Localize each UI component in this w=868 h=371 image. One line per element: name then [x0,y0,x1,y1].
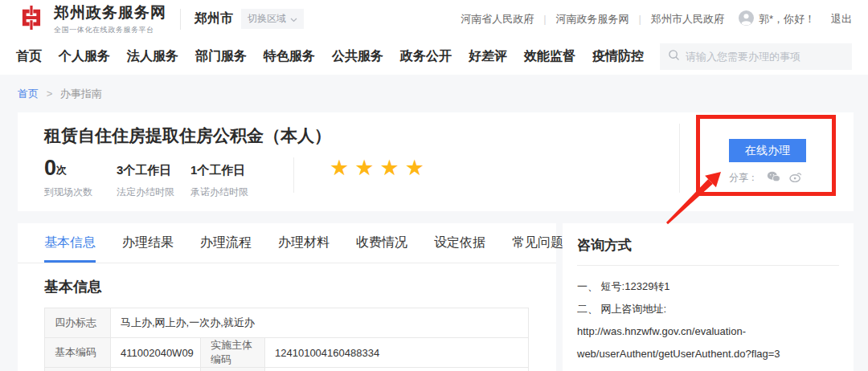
cell-four-modes-label: 四办标志 [45,308,111,338]
rating-stars: ★★★★ [330,155,430,181]
link-henan-service[interactable]: 河南政务服务网 [556,12,629,26]
site-logo[interactable]: 郑州政务服务网 全国一体化在线政务服务平台 [16,2,166,36]
consult-url-part2[interactable]: web/userAuthent/getUserAuthent.do?flag=3 [577,343,839,365]
site-title: 郑州政务服务网 [54,2,166,23]
nav-item-openness[interactable]: 政务公开 [400,48,452,65]
nav-item-epidemic[interactable]: 疫情防控 [592,48,644,65]
top-links: 河南省人民政府 | 河南政务服务网 | 郑州市人民政府 郭*，你好！ 退出 [461,10,852,28]
star-icon: ★ [330,156,354,180]
breadcrumb-current: 办事指南 [60,88,102,100]
nav-item-review[interactable]: 好差评 [469,48,507,65]
nav-item-legal[interactable]: 法人服务 [127,48,178,65]
stat-visits: 0次 到现场次数 [44,158,117,199]
service-title: 租赁自住住房提取住房公积金（本人） [44,124,331,147]
search-box[interactable] [660,43,852,70]
page-body: 首页 > 办事指南 租赁自住住房提取住房公积金（本人） 0次 到现场次数 3个工… [0,75,868,371]
link-henan-gov[interactable]: 河南省人民政府 [461,12,534,26]
table-row: 四办标志 马上办,网上办,一次办,就近办 [45,308,529,338]
site-subtitle: 全国一体化在线政务服务平台 [54,25,166,35]
service-title-card: 租赁自住住房提取住房公积金（本人） 0次 到现场次数 3个工作日 法定办结时限 … [18,112,854,211]
tab-result[interactable]: 办理结果 [122,223,174,263]
search-input[interactable] [686,51,844,63]
table-row: 基本编码 411002040W09 实施主体编码 124101004160488… [45,338,529,368]
link-separator: | [543,13,546,25]
nav-item-supervision[interactable]: 效能监督 [524,48,575,65]
stats-divider [293,157,294,193]
nav-item-home[interactable]: 首页 [16,48,42,65]
chevron-down-icon [290,14,297,25]
wechat-share-icon[interactable] [767,171,780,185]
current-city: 郑州市 [194,10,233,27]
table-row [45,368,529,371]
search-icon [668,49,680,64]
tab-faq[interactable]: 常见问题 [512,223,563,263]
weibo-share-icon[interactable] [789,171,802,185]
stat-legal-limit-label: 法定办结时限 [117,186,190,199]
tab-fees[interactable]: 收费情况 [356,223,407,263]
nav-item-public[interactable]: 公共服务 [332,48,383,65]
consult-url-label: 二、 网上咨询地址: [577,298,839,320]
stat-promise-limit-label: 承诺办结时限 [190,186,279,199]
region-switcher[interactable]: 切换区域 [241,9,304,29]
cell-basic-code-value: 411002040W09 [111,338,201,368]
star-icon: ★ [405,156,430,180]
breadcrumb-home[interactable]: 首页 [18,88,39,100]
consult-url-part1[interactable]: http://was.hnzwfw.gov.cn/evaluation- [577,320,839,343]
card-divider [679,124,680,193]
nav-item-department[interactable]: 部门服务 [195,48,247,65]
tab-materials[interactable]: 办理材料 [278,223,330,263]
link-separator: | [639,13,641,25]
nav-item-personal[interactable]: 个人服务 [59,48,110,65]
stat-promise-limit: 1个工作日 承诺办结时限 [190,158,279,199]
cell-next-value2 [265,368,529,371]
tab-process[interactable]: 办理流程 [200,223,252,263]
stat-visits-unit: 次 [56,163,67,178]
detail-tabs: 基本信息 办理结果 办理流程 办理材料 收费情况 设定依据 常见问题 [18,223,556,263]
link-zhengzhou-gov[interactable]: 郑州市人民政府 [651,12,724,26]
user-greeting: 郭*，你好！ [759,12,815,26]
logout-button[interactable]: 退出 [831,12,852,26]
stat-visits-label: 到现场次数 [44,186,117,199]
cell-next-label2 [201,368,265,371]
share-label: 分享： [729,171,758,185]
cell-entity-code-label: 实施主体编码 [201,338,265,368]
cell-next-value [111,368,201,371]
section-heading-basic-info: 基本信息 [44,277,556,296]
cell-next-label [45,368,111,371]
avatar [739,10,754,28]
header-divider [180,9,181,30]
share-row: 分享： [729,171,802,185]
nav-item-featured[interactable]: 特色服务 [264,48,315,65]
star-icon: ★ [354,156,379,180]
detail-card: 基本信息 办理结果 办理流程 办理材料 收费情况 设定依据 常见问题 基本信息 … [18,223,556,371]
top-bar: 郑州政务服务网 全国一体化在线政务服务平台 郑州市 切换区域 河南省人民政府 |… [0,0,868,38]
stat-visits-value: 0 [44,158,56,178]
stat-promise-limit-value: 1个工作日 [190,163,245,178]
online-handle-button[interactable]: 在线办理 [729,139,806,162]
tab-legal-basis[interactable]: 设定依据 [434,223,485,263]
breadcrumb: 首页 > 办事指南 [0,75,868,101]
cell-basic-code-label: 基本编码 [45,338,111,368]
star-icon: ★ [379,156,404,180]
consult-heading: 咨询方式 [563,223,854,265]
cell-entity-code-value: 124101004160488334 [265,338,529,368]
consult-card: 咨询方式 一、 短号:12329转1 二、 网上咨询地址: http://was… [563,223,854,371]
basic-info-table: 四办标志 马上办,网上办,一次办,就近办 基本编码 411002040W09 实… [44,308,529,371]
cell-four-modes-value: 马上办,网上办,一次办,就近办 [111,308,529,338]
gov-emblem-icon [16,2,47,36]
region-switcher-label: 切换区域 [248,12,286,26]
consult-phone: 一、 短号:12329转1 [577,275,839,298]
breadcrumb-separator: > [47,88,53,100]
stat-legal-limit-value: 3个工作日 [117,163,171,178]
main-nav: 首页 个人服务 法人服务 部门服务 特色服务 公共服务 政务公开 好差评 效能监… [0,38,868,75]
stat-legal-limit: 3个工作日 法定办结时限 [117,158,190,199]
service-stats: 0次 到现场次数 3个工作日 法定办结时限 1个工作日 承诺办结时限 [44,158,279,199]
tab-basic-info[interactable]: 基本信息 [44,223,96,263]
